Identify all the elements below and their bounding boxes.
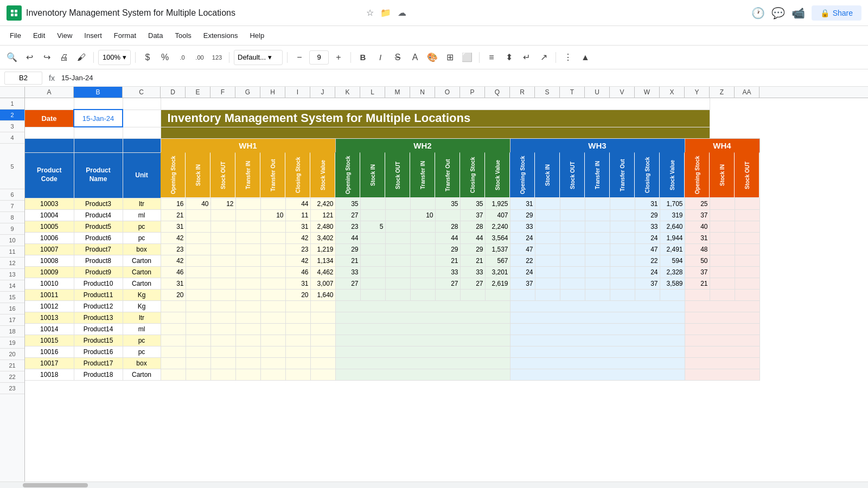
zoom-control[interactable]: 100% ▾ bbox=[98, 50, 131, 65]
row-14[interactable]: 14 bbox=[0, 280, 24, 292]
cell-X11[interactable]: 1,944 bbox=[660, 232, 685, 243]
cell-D13[interactable]: 42 bbox=[161, 255, 186, 266]
horizontal-scrollbar[interactable] bbox=[0, 481, 868, 488]
dec-less-button[interactable]: .0 bbox=[175, 50, 190, 65]
cell-V5-tout3[interactable]: Transfer Out bbox=[610, 152, 635, 198]
cell-I16[interactable]: 20 bbox=[285, 289, 310, 300]
col-header-O[interactable]: O bbox=[435, 87, 460, 98]
cell-N9[interactable]: 10 bbox=[410, 209, 435, 221]
cell-F5-out1[interactable]: Stock OUT bbox=[210, 152, 235, 198]
cell-R15[interactable]: 37 bbox=[510, 278, 535, 289]
cell-W11[interactable]: 24 bbox=[635, 232, 660, 243]
col-header-AA[interactable]: AA bbox=[735, 87, 760, 98]
cell-P11[interactable]: 44 bbox=[460, 232, 485, 243]
folder-icon[interactable]: 📁 bbox=[380, 8, 391, 18]
cell-B2-date-value[interactable]: 15-Jan-24 bbox=[74, 110, 123, 127]
cell-K16[interactable] bbox=[335, 289, 360, 300]
cell-K14[interactable]: 33 bbox=[335, 266, 360, 278]
cell-T5-out3[interactable]: Stock OUT bbox=[560, 152, 585, 198]
cell-I8[interactable]: 44 bbox=[285, 198, 310, 209]
font-selector[interactable]: Default... ▾ bbox=[234, 50, 283, 65]
cell-U11[interactable] bbox=[585, 232, 610, 243]
cell-J14[interactable]: 4,462 bbox=[310, 266, 335, 278]
cell-U5-tin3[interactable]: Transfer IN bbox=[585, 152, 610, 198]
cell-J16[interactable]: 1,640 bbox=[310, 289, 335, 300]
cell-T12[interactable] bbox=[560, 243, 585, 255]
col-header-A[interactable]: A bbox=[25, 87, 74, 98]
cell-Z8[interactable] bbox=[710, 198, 735, 209]
cell-V13[interactable] bbox=[610, 255, 635, 266]
cell-W13[interactable]: 22 bbox=[635, 255, 660, 266]
search-button[interactable]: 🔍 bbox=[4, 50, 20, 65]
font-size-input[interactable] bbox=[309, 50, 329, 65]
comment-icon[interactable]: 💬 bbox=[771, 7, 785, 20]
row-10[interactable]: 10 bbox=[0, 235, 24, 246]
cell-I12[interactable]: 23 bbox=[285, 243, 310, 255]
cell-L8[interactable] bbox=[360, 198, 385, 209]
cell-Z5-in4[interactable]: Stock IN bbox=[710, 152, 735, 198]
scrollbar-thumb[interactable] bbox=[23, 483, 88, 487]
cell-F9[interactable] bbox=[210, 209, 235, 221]
more-button[interactable]: ⋮ bbox=[560, 50, 576, 65]
cell-S12[interactable] bbox=[535, 243, 560, 255]
row-11[interactable]: 11 bbox=[0, 246, 24, 258]
cell-I10[interactable]: 31 bbox=[285, 221, 310, 232]
cell-Q15[interactable]: 2,619 bbox=[485, 278, 510, 289]
cell-H9[interactable]: 10 bbox=[260, 209, 285, 221]
cell-M12[interactable] bbox=[385, 243, 410, 255]
menu-insert[interactable]: Insert bbox=[79, 29, 107, 42]
cell-Q9[interactable]: 407 bbox=[485, 209, 510, 221]
cell-S10[interactable] bbox=[535, 221, 560, 232]
cell-AA8[interactable] bbox=[735, 198, 760, 209]
format-123-button[interactable]: 123 bbox=[209, 50, 225, 65]
v-align-button[interactable]: ⬍ bbox=[501, 50, 516, 65]
menu-edit[interactable]: Edit bbox=[28, 29, 50, 42]
cell-X12[interactable]: 2,491 bbox=[660, 243, 685, 255]
cell-W15[interactable]: 37 bbox=[635, 278, 660, 289]
cell-A3[interactable] bbox=[25, 127, 74, 138]
cell-Q16[interactable] bbox=[485, 289, 510, 300]
cell-P14[interactable]: 33 bbox=[460, 266, 485, 278]
cell-O15[interactable]: 27 bbox=[435, 278, 460, 289]
cell-P15[interactable]: 27 bbox=[460, 278, 485, 289]
cell-D15[interactable]: 31 bbox=[161, 278, 186, 289]
cell-Z12[interactable] bbox=[710, 243, 735, 255]
cell-S15[interactable] bbox=[535, 278, 560, 289]
cell-L5-in2[interactable]: Stock IN bbox=[360, 152, 385, 198]
cell-V8[interactable] bbox=[610, 198, 635, 209]
cell-T9[interactable] bbox=[560, 209, 585, 221]
cell-N16[interactable] bbox=[410, 289, 435, 300]
cell-W14[interactable]: 24 bbox=[635, 266, 660, 278]
cell-U8[interactable] bbox=[585, 198, 610, 209]
cell-D11[interactable]: 42 bbox=[161, 232, 186, 243]
cell-O13[interactable]: 21 bbox=[435, 255, 460, 266]
cell-O11[interactable]: 44 bbox=[435, 232, 460, 243]
col-header-Q[interactable]: Q bbox=[485, 87, 510, 98]
col-header-Z[interactable]: Z bbox=[710, 87, 735, 98]
cell-T8[interactable] bbox=[560, 198, 585, 209]
cell-D8[interactable]: 16 bbox=[161, 198, 186, 209]
menu-format[interactable]: Format bbox=[108, 29, 142, 42]
text-color-button[interactable]: A bbox=[407, 50, 423, 65]
cell-Q12[interactable]: 1,537 bbox=[485, 243, 510, 255]
cell-Z15[interactable] bbox=[710, 278, 735, 289]
cell-Y13[interactable]: 50 bbox=[685, 255, 710, 266]
cell-F12[interactable] bbox=[210, 243, 235, 255]
cell-A16[interactable]: 10011 bbox=[25, 289, 74, 300]
cell-I11[interactable]: 42 bbox=[285, 232, 310, 243]
cell-U10[interactable] bbox=[585, 221, 610, 232]
cell-E15[interactable] bbox=[186, 278, 210, 289]
cell-R11[interactable]: 24 bbox=[510, 232, 535, 243]
print-button[interactable]: 🖨 bbox=[56, 50, 72, 65]
cell-X13[interactable]: 594 bbox=[660, 255, 685, 266]
col-header-X[interactable]: X bbox=[660, 87, 685, 98]
cell-S11[interactable] bbox=[535, 232, 560, 243]
col-header-U[interactable]: U bbox=[585, 87, 610, 98]
merge-button[interactable]: ⬜ bbox=[459, 50, 475, 65]
cell-O5-tout2[interactable]: Transfer Out bbox=[435, 152, 460, 198]
cell-B1[interactable] bbox=[74, 98, 123, 110]
cell-reference[interactable] bbox=[4, 72, 42, 85]
cell-D3-rest[interactable] bbox=[161, 127, 710, 138]
cell-L15[interactable] bbox=[360, 278, 385, 289]
cell-R8[interactable]: 31 bbox=[510, 198, 535, 209]
